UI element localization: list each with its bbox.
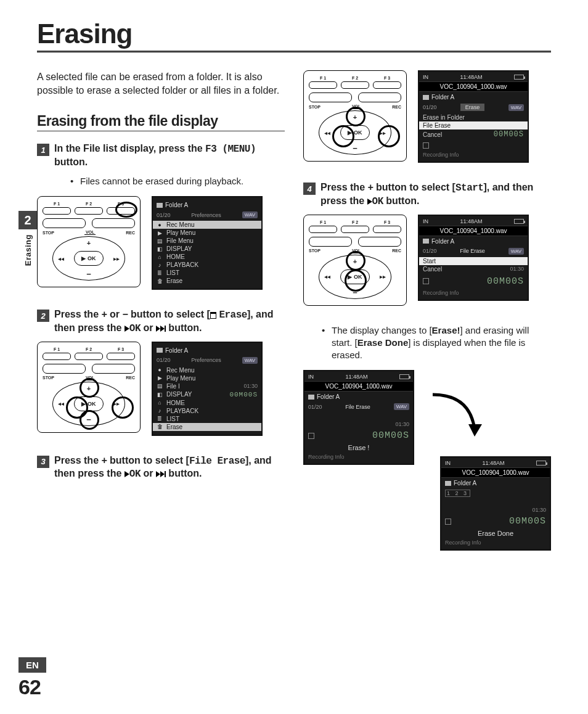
dpad: + − ◂◂ ▸▸ ▶ OK bbox=[52, 236, 125, 281]
ic: 🗑 bbox=[157, 424, 163, 430]
fig-row-1: F 1 F 2 F 3 STOP VOL bbox=[37, 196, 285, 290]
f1-button bbox=[43, 353, 71, 360]
t: Press the bbox=[54, 309, 101, 319]
t: 01/20 bbox=[308, 404, 322, 410]
t: 01:30 bbox=[243, 383, 258, 389]
t: Play Menu bbox=[166, 375, 195, 382]
t: Folder A bbox=[431, 238, 454, 245]
f1-label: F 1 bbox=[43, 347, 71, 351]
file-title: VOC_100904_1000.wav bbox=[441, 467, 550, 478]
forward-icon: ▸▸ bbox=[113, 255, 120, 262]
play-icon: ▶ bbox=[157, 230, 163, 236]
ic: ● bbox=[157, 367, 163, 373]
file-title: VOC_100904_1000.wav bbox=[419, 81, 528, 92]
step-3-text: Press the + button to select [File Erase… bbox=[54, 454, 285, 482]
seg: 00M00S bbox=[372, 430, 409, 441]
lb bbox=[309, 237, 352, 247]
t: Folder A bbox=[454, 480, 476, 486]
rewind-icon: ◂◂ bbox=[324, 273, 330, 280]
file-title: VOC_100904_1000.wav bbox=[419, 226, 528, 236]
t: button to select [ bbox=[107, 455, 189, 466]
stop-icon bbox=[445, 519, 451, 525]
t: STOP bbox=[309, 248, 321, 253]
f3-button bbox=[107, 353, 135, 360]
mi-cancel: Cancel00M00S bbox=[419, 129, 528, 139]
ic: ⌂ bbox=[157, 400, 163, 406]
list-icon: ≣ bbox=[157, 270, 163, 276]
step-4: 4 Press the + button to select [Start], … bbox=[303, 181, 551, 208]
highlight-circle bbox=[80, 410, 99, 430]
in-badge: IN bbox=[423, 218, 428, 224]
t: Cancel bbox=[423, 266, 442, 273]
t: 01:30 bbox=[532, 507, 546, 513]
battery-icon bbox=[399, 374, 409, 379]
f2-button bbox=[75, 353, 103, 360]
fk bbox=[309, 226, 337, 233]
device-fig-plus-ok2: F 1F 2F 3 STOPVOLREC + − ◂◂ ▸▸ ▶ OK bbox=[303, 215, 407, 306]
lcd-pref: Preferences bbox=[191, 212, 221, 218]
folder-icon bbox=[445, 481, 451, 486]
lcd-menu-list: ●Rec Menu ▶Play Menu ▤File Menu ◧DISPLAY… bbox=[153, 220, 261, 286]
page-title: Erasing bbox=[37, 18, 551, 49]
seg: 00M00S bbox=[487, 276, 524, 287]
in-badge: IN bbox=[445, 460, 451, 466]
mi-file-erase: File Erase bbox=[419, 121, 528, 129]
t: 01/20 bbox=[423, 248, 437, 254]
clock: 11:48AM bbox=[345, 374, 367, 380]
mi-home: HOME bbox=[166, 253, 185, 260]
fig-row-2: F 1 F 2 F 3 STOPVOLREC + − ◂◂ ▸▸ ▶ OK bbox=[37, 342, 285, 436]
step-number: 4 bbox=[303, 183, 316, 195]
t: Erase Done bbox=[357, 337, 409, 348]
device-fig-f3: F 1 F 2 F 3 STOP VOL bbox=[37, 196, 141, 287]
t: 01/20 bbox=[423, 104, 437, 110]
f3-label: F 3 bbox=[107, 347, 135, 351]
done-msg: Erase Done bbox=[441, 528, 550, 538]
long-button-left bbox=[43, 218, 86, 228]
rewind-icon: ◂◂ bbox=[324, 129, 330, 136]
clock: 11:48AM bbox=[482, 460, 504, 466]
display-icon: ◧ bbox=[157, 246, 163, 252]
mi-erase-in-folder: Erase in Folder bbox=[419, 113, 528, 121]
t: or bbox=[141, 322, 156, 333]
step-1-text: In the File list display, press the F3 (… bbox=[54, 142, 285, 169]
t: button. bbox=[166, 468, 202, 478]
f2-label: F 2 bbox=[75, 202, 103, 206]
step-number: 3 bbox=[37, 456, 49, 468]
t: F 2 bbox=[341, 220, 369, 224]
trash-icon bbox=[210, 312, 216, 319]
highlight-circle bbox=[346, 251, 365, 271]
bullet-dot: • bbox=[322, 324, 332, 362]
section-heading: Erasing from the file display bbox=[37, 113, 285, 131]
mi-file: File Menu bbox=[166, 237, 194, 244]
clock: 11:48AM bbox=[460, 74, 482, 80]
lcd-start-menu: IN11:48AM VOC_100904_1000.wav Folder A 0… bbox=[418, 215, 529, 301]
lb bbox=[309, 92, 352, 102]
mi-list: LIST bbox=[166, 269, 179, 276]
stop-icon bbox=[308, 433, 314, 439]
chapter-number: 2 bbox=[18, 211, 37, 229]
t: Press the bbox=[321, 182, 367, 192]
lb bbox=[43, 364, 86, 374]
t: + bbox=[367, 183, 373, 194]
t: 01:30 bbox=[510, 266, 524, 272]
stop-label: STOP bbox=[43, 375, 54, 380]
t: REC bbox=[392, 105, 401, 109]
rewind-icon: ◂◂ bbox=[58, 400, 64, 407]
step-2: 2 Press the + or − button to select [ Er… bbox=[37, 308, 285, 335]
lcd-menu-2: Folder A 01/20PreferencesWAV ●Rec Menu ▶… bbox=[152, 342, 263, 436]
rec-info: Recording Info bbox=[419, 150, 528, 159]
lb bbox=[358, 237, 401, 247]
t: + bbox=[101, 456, 107, 467]
t: − bbox=[122, 310, 128, 321]
battery-icon bbox=[514, 219, 524, 224]
t: 00M00S bbox=[229, 391, 258, 398]
t: Cancel bbox=[423, 131, 442, 138]
f1-button bbox=[43, 207, 71, 215]
plus-icon: + bbox=[87, 239, 91, 247]
highlight-circle bbox=[345, 269, 367, 292]
clock: 11:48AM bbox=[460, 218, 482, 224]
step-number: 2 bbox=[37, 310, 49, 322]
erase-icon: 🗑 bbox=[157, 278, 163, 284]
right-column: F 1F 2F 3 STOPVOLREC + − ◂◂ ▸▸ ▶ OK bbox=[303, 70, 551, 567]
mi-erase: Erase bbox=[166, 277, 182, 284]
